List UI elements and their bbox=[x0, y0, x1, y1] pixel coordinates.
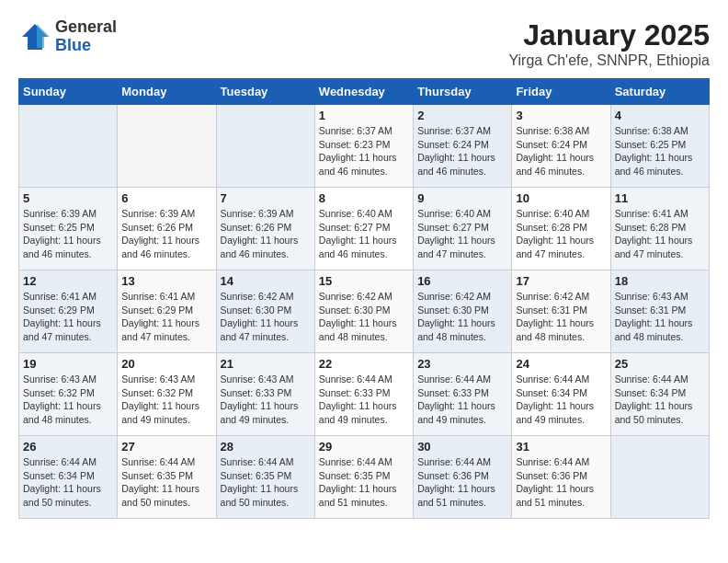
day-info: Sunrise: 6:42 AM Sunset: 6:30 PM Dayligh… bbox=[417, 290, 507, 344]
calendar-week-row: 5Sunrise: 6:39 AM Sunset: 6:25 PM Daylig… bbox=[19, 188, 710, 270]
day-info: Sunrise: 6:37 AM Sunset: 6:23 PM Dayligh… bbox=[319, 124, 409, 178]
calendar-cell: 29Sunrise: 6:44 AM Sunset: 6:35 PM Dayli… bbox=[314, 436, 413, 519]
calendar-cell: 1Sunrise: 6:37 AM Sunset: 6:23 PM Daylig… bbox=[314, 105, 413, 188]
calendar-cell: 12Sunrise: 6:41 AM Sunset: 6:29 PM Dayli… bbox=[19, 270, 118, 353]
day-number: 29 bbox=[319, 440, 409, 454]
calendar-cell bbox=[118, 105, 216, 188]
column-header-thursday: Thursday bbox=[414, 79, 512, 105]
column-header-tuesday: Tuesday bbox=[216, 79, 314, 105]
calendar-week-row: 26Sunrise: 6:44 AM Sunset: 6:34 PM Dayli… bbox=[19, 436, 710, 519]
calendar-cell: 18Sunrise: 6:43 AM Sunset: 6:31 PM Dayli… bbox=[610, 270, 709, 353]
day-info: Sunrise: 6:37 AM Sunset: 6:24 PM Dayligh… bbox=[417, 124, 507, 178]
calendar-cell bbox=[610, 436, 709, 519]
day-info: Sunrise: 6:39 AM Sunset: 6:26 PM Dayligh… bbox=[121, 207, 211, 261]
day-info: Sunrise: 6:44 AM Sunset: 6:33 PM Dayligh… bbox=[319, 373, 409, 427]
calendar-cell: 22Sunrise: 6:44 AM Sunset: 6:33 PM Dayli… bbox=[314, 353, 413, 436]
day-number: 19 bbox=[23, 357, 113, 371]
day-number: 3 bbox=[516, 109, 606, 122]
calendar-cell: 21Sunrise: 6:43 AM Sunset: 6:33 PM Dayli… bbox=[216, 353, 314, 436]
calendar-cell: 31Sunrise: 6:44 AM Sunset: 6:36 PM Dayli… bbox=[512, 436, 610, 519]
day-number: 30 bbox=[417, 440, 507, 454]
calendar-cell: 15Sunrise: 6:42 AM Sunset: 6:30 PM Dayli… bbox=[314, 270, 413, 353]
day-info: Sunrise: 6:44 AM Sunset: 6:35 PM Dayligh… bbox=[221, 455, 311, 510]
column-header-wednesday: Wednesday bbox=[314, 79, 413, 105]
day-number: 26 bbox=[23, 440, 113, 454]
day-number: 22 bbox=[319, 357, 409, 371]
day-number: 25 bbox=[615, 357, 705, 371]
day-number: 5 bbox=[23, 191, 113, 205]
day-info: Sunrise: 6:38 AM Sunset: 6:25 PM Dayligh… bbox=[615, 124, 705, 178]
day-number: 12 bbox=[23, 274, 113, 288]
day-info: Sunrise: 6:39 AM Sunset: 6:26 PM Dayligh… bbox=[221, 207, 311, 261]
day-number: 31 bbox=[516, 440, 606, 454]
day-number: 14 bbox=[221, 274, 311, 288]
day-info: Sunrise: 6:44 AM Sunset: 6:34 PM Dayligh… bbox=[23, 455, 113, 510]
column-header-sunday: Sunday bbox=[19, 79, 118, 105]
day-info: Sunrise: 6:44 AM Sunset: 6:34 PM Dayligh… bbox=[516, 373, 606, 427]
day-info: Sunrise: 6:44 AM Sunset: 6:36 PM Dayligh… bbox=[417, 455, 507, 510]
calendar-cell: 30Sunrise: 6:44 AM Sunset: 6:36 PM Dayli… bbox=[414, 436, 512, 519]
day-number: 2 bbox=[417, 109, 507, 122]
day-number: 7 bbox=[221, 191, 311, 205]
calendar-cell: 6Sunrise: 6:39 AM Sunset: 6:26 PM Daylig… bbox=[118, 188, 216, 270]
calendar-cell: 8Sunrise: 6:40 AM Sunset: 6:27 PM Daylig… bbox=[314, 188, 413, 270]
svg-marker-1 bbox=[37, 24, 50, 48]
day-number: 1 bbox=[319, 109, 409, 122]
day-info: Sunrise: 6:38 AM Sunset: 6:24 PM Dayligh… bbox=[516, 124, 606, 178]
day-number: 20 bbox=[121, 357, 211, 371]
calendar-cell: 27Sunrise: 6:44 AM Sunset: 6:35 PM Dayli… bbox=[118, 436, 216, 519]
day-info: Sunrise: 6:43 AM Sunset: 6:31 PM Dayligh… bbox=[615, 290, 705, 344]
calendar-header-row: SundayMondayTuesdayWednesdayThursdayFrid… bbox=[19, 79, 710, 105]
calendar-cell bbox=[19, 105, 118, 188]
calendar-cell: 28Sunrise: 6:44 AM Sunset: 6:35 PM Dayli… bbox=[216, 436, 314, 519]
column-header-saturday: Saturday bbox=[610, 79, 709, 105]
calendar-cell: 13Sunrise: 6:41 AM Sunset: 6:29 PM Dayli… bbox=[118, 270, 216, 353]
day-info: Sunrise: 6:40 AM Sunset: 6:27 PM Dayligh… bbox=[417, 207, 507, 261]
day-number: 21 bbox=[221, 357, 311, 371]
logo-general: General bbox=[55, 18, 117, 37]
day-info: Sunrise: 6:44 AM Sunset: 6:35 PM Dayligh… bbox=[121, 455, 211, 510]
page-title: January 2025 bbox=[508, 18, 710, 52]
day-number: 27 bbox=[121, 440, 211, 454]
day-number: 6 bbox=[121, 191, 211, 205]
day-number: 10 bbox=[516, 191, 606, 205]
calendar-week-row: 1Sunrise: 6:37 AM Sunset: 6:23 PM Daylig… bbox=[19, 105, 710, 188]
calendar-cell: 16Sunrise: 6:42 AM Sunset: 6:30 PM Dayli… bbox=[414, 270, 512, 353]
logo-icon bbox=[18, 20, 51, 53]
day-number: 17 bbox=[516, 274, 606, 288]
day-info: Sunrise: 6:43 AM Sunset: 6:32 PM Dayligh… bbox=[121, 373, 211, 427]
calendar-cell bbox=[216, 105, 314, 188]
page-header: General Blue January 2025 Yirga Ch'efe, … bbox=[18, 18, 710, 69]
logo-blue: Blue bbox=[55, 37, 117, 55]
calendar-cell: 11Sunrise: 6:41 AM Sunset: 6:28 PM Dayli… bbox=[610, 188, 709, 270]
calendar-cell: 10Sunrise: 6:40 AM Sunset: 6:28 PM Dayli… bbox=[512, 188, 610, 270]
day-info: Sunrise: 6:42 AM Sunset: 6:30 PM Dayligh… bbox=[221, 290, 311, 344]
day-number: 9 bbox=[417, 191, 507, 205]
day-info: Sunrise: 6:44 AM Sunset: 6:34 PM Dayligh… bbox=[615, 373, 705, 427]
calendar-cell: 24Sunrise: 6:44 AM Sunset: 6:34 PM Dayli… bbox=[512, 353, 610, 436]
day-info: Sunrise: 6:41 AM Sunset: 6:29 PM Dayligh… bbox=[23, 290, 113, 344]
day-info: Sunrise: 6:43 AM Sunset: 6:33 PM Dayligh… bbox=[221, 373, 311, 427]
calendar-cell: 7Sunrise: 6:39 AM Sunset: 6:26 PM Daylig… bbox=[216, 188, 314, 270]
calendar-cell: 19Sunrise: 6:43 AM Sunset: 6:32 PM Dayli… bbox=[19, 353, 118, 436]
calendar-week-row: 19Sunrise: 6:43 AM Sunset: 6:32 PM Dayli… bbox=[19, 353, 710, 436]
day-info: Sunrise: 6:42 AM Sunset: 6:30 PM Dayligh… bbox=[319, 290, 409, 344]
day-info: Sunrise: 6:40 AM Sunset: 6:28 PM Dayligh… bbox=[516, 207, 606, 261]
day-info: Sunrise: 6:44 AM Sunset: 6:33 PM Dayligh… bbox=[417, 373, 507, 427]
column-header-friday: Friday bbox=[512, 79, 610, 105]
calendar-cell: 2Sunrise: 6:37 AM Sunset: 6:24 PM Daylig… bbox=[414, 105, 512, 188]
day-info: Sunrise: 6:40 AM Sunset: 6:27 PM Dayligh… bbox=[319, 207, 409, 261]
calendar-cell: 26Sunrise: 6:44 AM Sunset: 6:34 PM Dayli… bbox=[19, 436, 118, 519]
title-block: January 2025 Yirga Ch'efe, SNNPR, Ethiop… bbox=[508, 18, 710, 69]
calendar-cell: 20Sunrise: 6:43 AM Sunset: 6:32 PM Dayli… bbox=[118, 353, 216, 436]
calendar-week-row: 12Sunrise: 6:41 AM Sunset: 6:29 PM Dayli… bbox=[19, 270, 710, 353]
logo-text: General Blue bbox=[55, 18, 117, 55]
calendar-cell: 9Sunrise: 6:40 AM Sunset: 6:27 PM Daylig… bbox=[414, 188, 512, 270]
day-info: Sunrise: 6:43 AM Sunset: 6:32 PM Dayligh… bbox=[23, 373, 113, 427]
day-number: 13 bbox=[121, 274, 211, 288]
day-number: 24 bbox=[516, 357, 606, 371]
day-info: Sunrise: 6:41 AM Sunset: 6:29 PM Dayligh… bbox=[121, 290, 211, 344]
day-number: 8 bbox=[319, 191, 409, 205]
day-info: Sunrise: 6:41 AM Sunset: 6:28 PM Dayligh… bbox=[615, 207, 705, 261]
logo: General Blue bbox=[18, 18, 117, 55]
